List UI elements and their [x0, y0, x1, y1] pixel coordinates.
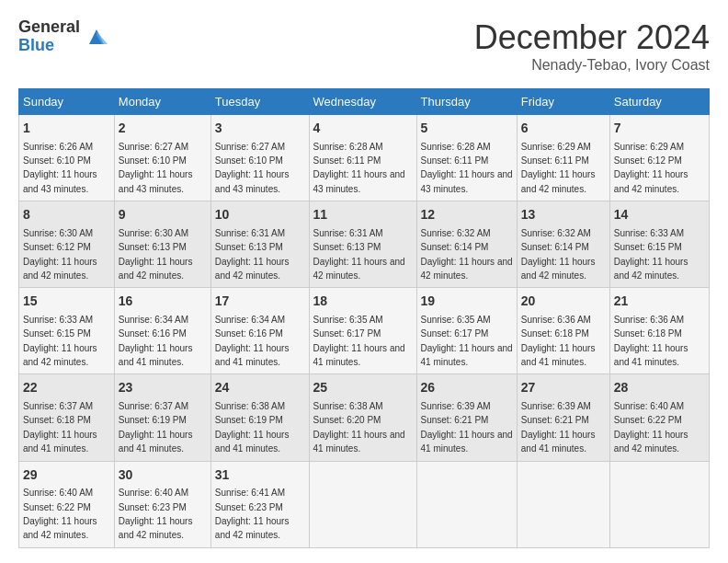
month-title: December 2024 [474, 18, 710, 57]
day-number: 8 [23, 206, 110, 224]
day-info: Sunrise: 6:26 AM Sunset: 6:10 PM Dayligh… [23, 142, 97, 194]
day-info: Sunrise: 6:33 AM Sunset: 6:15 PM Dayligh… [614, 228, 688, 281]
day-number: 12 [421, 206, 513, 224]
calendar-cell: 27Sunrise: 6:39 AM Sunset: 6:21 PM Dayli… [517, 374, 609, 461]
day-number: 19 [421, 293, 513, 311]
day-info: Sunrise: 6:30 AM Sunset: 6:12 PM Dayligh… [23, 228, 97, 281]
day-number: 5 [421, 120, 513, 138]
day-info: Sunrise: 6:41 AM Sunset: 6:23 PM Dayligh… [215, 488, 290, 540]
calendar-week-row: 22Sunrise: 6:37 AM Sunset: 6:18 PM Dayli… [19, 374, 710, 461]
day-number: 22 [23, 379, 110, 397]
day-number: 25 [313, 379, 413, 397]
calendar-cell: 2Sunrise: 6:27 AM Sunset: 6:10 PM Daylig… [114, 115, 210, 201]
header-tuesday: Tuesday [210, 89, 309, 115]
calendar-cell: 11Sunrise: 6:31 AM Sunset: 6:13 PM Dayli… [309, 201, 416, 288]
logo-blue: Blue [18, 37, 80, 55]
day-number: 24 [215, 379, 305, 397]
day-number: 28 [614, 379, 705, 397]
calendar-week-row: 8Sunrise: 6:30 AM Sunset: 6:12 PM Daylig… [19, 201, 710, 288]
calendar-cell: 12Sunrise: 6:32 AM Sunset: 6:14 PM Dayli… [416, 201, 517, 288]
day-number: 10 [215, 206, 305, 224]
day-number: 21 [614, 293, 705, 311]
day-number: 26 [421, 379, 513, 397]
day-number: 29 [23, 466, 110, 485]
calendar-cell [517, 461, 609, 547]
day-info: Sunrise: 6:29 AM Sunset: 6:12 PM Dayligh… [614, 142, 688, 194]
calendar-header-row: SundayMondayTuesdayWednesdayThursdayFrid… [19, 89, 710, 115]
calendar-cell: 14Sunrise: 6:33 AM Sunset: 6:15 PM Dayli… [609, 201, 709, 288]
day-info: Sunrise: 6:39 AM Sunset: 6:21 PM Dayligh… [421, 401, 513, 454]
day-info: Sunrise: 6:39 AM Sunset: 6:21 PM Dayligh… [521, 401, 596, 454]
calendar-week-row: 1Sunrise: 6:26 AM Sunset: 6:10 PM Daylig… [19, 115, 710, 201]
header-friday: Friday [517, 89, 609, 115]
day-info: Sunrise: 6:31 AM Sunset: 6:13 PM Dayligh… [313, 228, 405, 281]
day-info: Sunrise: 6:27 AM Sunset: 6:10 PM Dayligh… [215, 142, 290, 194]
calendar-cell: 8Sunrise: 6:30 AM Sunset: 6:12 PM Daylig… [19, 201, 115, 288]
calendar-cell: 19Sunrise: 6:35 AM Sunset: 6:17 PM Dayli… [416, 288, 517, 374]
calendar-cell: 10Sunrise: 6:31 AM Sunset: 6:13 PM Dayli… [210, 201, 309, 288]
day-info: Sunrise: 6:36 AM Sunset: 6:18 PM Dayligh… [614, 315, 688, 367]
calendar-cell: 30Sunrise: 6:40 AM Sunset: 6:23 PM Dayli… [114, 461, 210, 547]
location-title: Nenady-Tebao, Ivory Coast [474, 57, 710, 74]
title-block: December 2024 Nenady-Tebao, Ivory Coast [474, 18, 710, 74]
calendar-cell: 3Sunrise: 6:27 AM Sunset: 6:10 PM Daylig… [210, 115, 309, 201]
day-info: Sunrise: 6:38 AM Sunset: 6:20 PM Dayligh… [313, 401, 405, 454]
day-number: 14 [614, 206, 705, 224]
calendar-cell: 29Sunrise: 6:40 AM Sunset: 6:22 PM Dayli… [19, 461, 115, 547]
calendar-cell: 21Sunrise: 6:36 AM Sunset: 6:18 PM Dayli… [609, 288, 709, 374]
calendar-cell: 26Sunrise: 6:39 AM Sunset: 6:21 PM Dayli… [416, 374, 517, 461]
day-number: 6 [521, 120, 606, 138]
day-number: 18 [313, 293, 413, 311]
day-number: 20 [521, 293, 606, 311]
day-info: Sunrise: 6:30 AM Sunset: 6:13 PM Dayligh… [119, 228, 193, 281]
calendar-cell [416, 461, 517, 547]
day-info: Sunrise: 6:34 AM Sunset: 6:16 PM Dayligh… [119, 315, 193, 367]
calendar-cell: 17Sunrise: 6:34 AM Sunset: 6:16 PM Dayli… [210, 288, 309, 374]
calendar-cell: 6Sunrise: 6:29 AM Sunset: 6:11 PM Daylig… [517, 115, 609, 201]
day-info: Sunrise: 6:34 AM Sunset: 6:16 PM Dayligh… [215, 315, 290, 367]
day-info: Sunrise: 6:28 AM Sunset: 6:11 PM Dayligh… [313, 142, 405, 194]
day-number: 31 [215, 466, 305, 485]
header-sunday: Sunday [19, 89, 115, 115]
day-number: 16 [119, 293, 207, 311]
calendar-cell: 28Sunrise: 6:40 AM Sunset: 6:22 PM Dayli… [609, 374, 709, 461]
logo-general: General [18, 18, 80, 37]
calendar-cell [309, 461, 416, 547]
calendar-cell: 15Sunrise: 6:33 AM Sunset: 6:15 PM Dayli… [19, 288, 115, 374]
page-header: General Blue December 2024 Nenady-Tebao,… [18, 18, 710, 74]
logo-icon [84, 24, 109, 50]
calendar-week-row: 15Sunrise: 6:33 AM Sunset: 6:15 PM Dayli… [19, 288, 710, 374]
day-info: Sunrise: 6:32 AM Sunset: 6:14 PM Dayligh… [421, 228, 513, 281]
calendar-week-row: 29Sunrise: 6:40 AM Sunset: 6:22 PM Dayli… [19, 461, 710, 547]
day-info: Sunrise: 6:40 AM Sunset: 6:23 PM Dayligh… [119, 488, 193, 540]
day-info: Sunrise: 6:38 AM Sunset: 6:19 PM Dayligh… [215, 401, 290, 454]
calendar-cell: 4Sunrise: 6:28 AM Sunset: 6:11 PM Daylig… [309, 115, 416, 201]
day-number: 17 [215, 293, 305, 311]
day-number: 2 [119, 120, 207, 138]
day-info: Sunrise: 6:35 AM Sunset: 6:17 PM Dayligh… [421, 315, 513, 367]
calendar-cell: 5Sunrise: 6:28 AM Sunset: 6:11 PM Daylig… [416, 115, 517, 201]
day-info: Sunrise: 6:37 AM Sunset: 6:18 PM Dayligh… [23, 401, 97, 454]
day-info: Sunrise: 6:33 AM Sunset: 6:15 PM Dayligh… [23, 315, 97, 367]
calendar-cell: 18Sunrise: 6:35 AM Sunset: 6:17 PM Dayli… [309, 288, 416, 374]
calendar-cell: 13Sunrise: 6:32 AM Sunset: 6:14 PM Dayli… [517, 201, 609, 288]
header-monday: Monday [114, 89, 210, 115]
header-wednesday: Wednesday [309, 89, 416, 115]
header-thursday: Thursday [416, 89, 517, 115]
day-number: 15 [23, 293, 110, 311]
day-number: 3 [215, 120, 305, 138]
calendar-cell: 24Sunrise: 6:38 AM Sunset: 6:19 PM Dayli… [210, 374, 309, 461]
day-number: 11 [313, 206, 413, 224]
calendar-cell: 1Sunrise: 6:26 AM Sunset: 6:10 PM Daylig… [19, 115, 115, 201]
day-info: Sunrise: 6:31 AM Sunset: 6:13 PM Dayligh… [215, 228, 290, 281]
calendar-cell: 22Sunrise: 6:37 AM Sunset: 6:18 PM Dayli… [19, 374, 115, 461]
header-saturday: Saturday [609, 89, 709, 115]
day-info: Sunrise: 6:28 AM Sunset: 6:11 PM Dayligh… [421, 142, 513, 194]
calendar-cell: 16Sunrise: 6:34 AM Sunset: 6:16 PM Dayli… [114, 288, 210, 374]
day-info: Sunrise: 6:27 AM Sunset: 6:10 PM Dayligh… [119, 142, 193, 194]
calendar-cell: 7Sunrise: 6:29 AM Sunset: 6:12 PM Daylig… [609, 115, 709, 201]
day-info: Sunrise: 6:35 AM Sunset: 6:17 PM Dayligh… [313, 315, 405, 367]
day-info: Sunrise: 6:32 AM Sunset: 6:14 PM Dayligh… [521, 228, 596, 281]
calendar-cell: 25Sunrise: 6:38 AM Sunset: 6:20 PM Dayli… [309, 374, 416, 461]
calendar-cell: 23Sunrise: 6:37 AM Sunset: 6:19 PM Dayli… [114, 374, 210, 461]
